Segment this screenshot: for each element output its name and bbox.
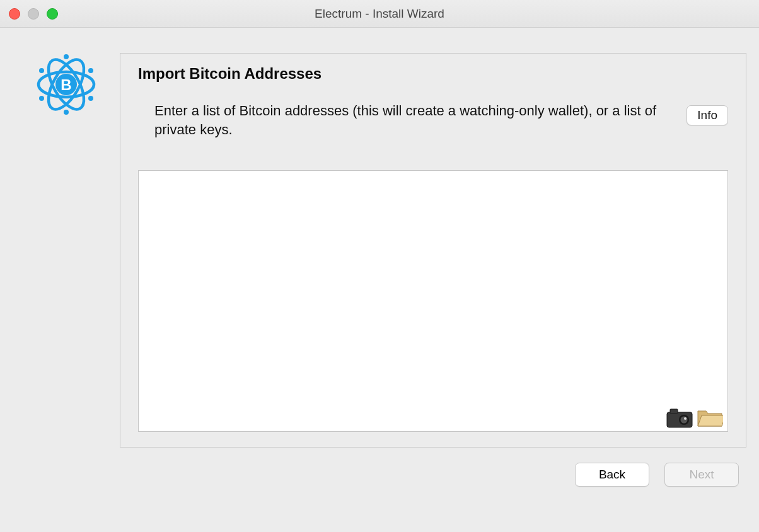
minimize-window-button[interactable] bbox=[28, 8, 39, 20]
wizard-panel: Import Bitcoin Addresses Enter a list of… bbox=[120, 53, 746, 448]
window-title: Electrum - Install Wizard bbox=[0, 7, 759, 21]
window-controls bbox=[9, 8, 58, 20]
panel-heading: Import Bitcoin Addresses bbox=[138, 65, 728, 83]
scan-qr-button[interactable] bbox=[666, 408, 693, 428]
textarea-action-icons bbox=[666, 408, 723, 428]
svg-rect-12 bbox=[670, 409, 678, 413]
instruction-row: Enter a list of Bitcoin addresses (this … bbox=[138, 101, 728, 139]
next-button: Next bbox=[664, 463, 739, 487]
info-button[interactable]: Info bbox=[687, 105, 728, 125]
close-window-button[interactable] bbox=[9, 8, 20, 20]
svg-point-10 bbox=[88, 68, 93, 73]
svg-point-9 bbox=[39, 96, 44, 101]
open-file-button[interactable] bbox=[697, 408, 723, 428]
svg-point-6 bbox=[64, 110, 69, 115]
logo-column: B bbox=[13, 53, 120, 448]
addresses-textarea[interactable] bbox=[138, 170, 728, 432]
textarea-container bbox=[138, 170, 728, 432]
content-area: B Import Bitcoin Addresses Enter a list … bbox=[0, 28, 759, 448]
camera-icon bbox=[666, 408, 693, 428]
maximize-window-button[interactable] bbox=[47, 8, 58, 20]
svg-point-14 bbox=[681, 417, 688, 424]
svg-point-7 bbox=[39, 68, 44, 73]
footer-buttons: Back Next bbox=[0, 448, 759, 487]
instruction-text: Enter a list of Bitcoin addresses (this … bbox=[154, 101, 675, 139]
svg-text:B: B bbox=[61, 76, 71, 93]
folder-icon bbox=[697, 408, 723, 428]
svg-point-8 bbox=[88, 96, 93, 101]
back-button[interactable]: Back bbox=[575, 463, 649, 487]
svg-point-15 bbox=[684, 417, 687, 420]
titlebar: Electrum - Install Wizard bbox=[0, 0, 759, 28]
electrum-logo-icon: B bbox=[35, 53, 98, 116]
svg-point-5 bbox=[64, 54, 69, 59]
